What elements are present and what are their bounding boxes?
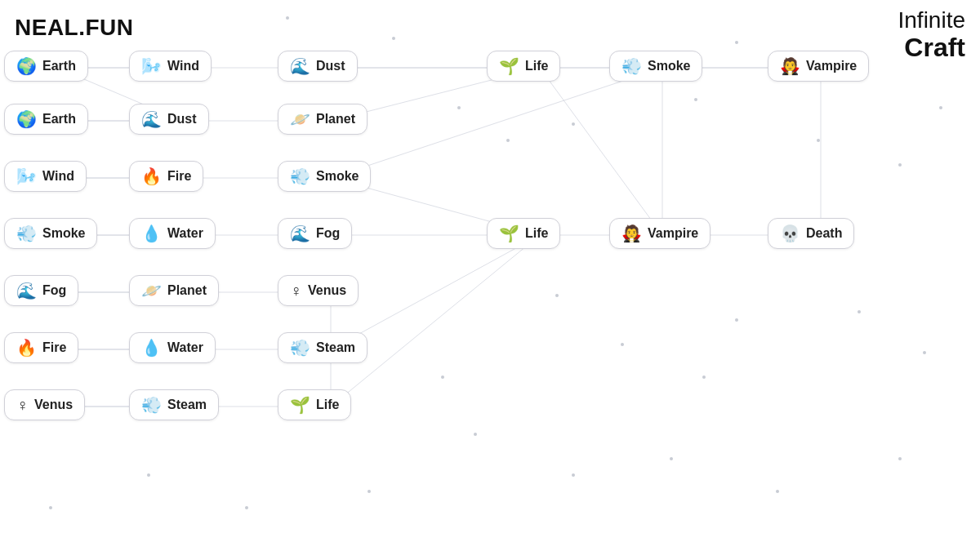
decorative-dot bbox=[506, 139, 510, 142]
decorative-dot bbox=[368, 490, 371, 493]
element-node-n21[interactable]: 🌱Life bbox=[278, 389, 351, 420]
element-label-n18: Fog bbox=[316, 226, 340, 241]
decorative-dot bbox=[555, 294, 559, 297]
element-node-n5[interactable]: 🌬️Wind bbox=[4, 161, 87, 192]
element-label-n14: Steam bbox=[167, 398, 207, 412]
element-label-n23: Smoke bbox=[648, 59, 690, 73]
element-icon-n12: 💧 bbox=[141, 340, 162, 356]
element-icon-n27: 💀 bbox=[780, 225, 800, 242]
element-icon-n13: ♀ bbox=[16, 397, 29, 413]
element-icon-n22: 🌱 bbox=[499, 58, 519, 74]
element-node-n11[interactable]: 🔥Fire bbox=[4, 332, 78, 363]
decorative-dot bbox=[858, 310, 861, 313]
element-label-n21: Life bbox=[316, 398, 339, 412]
element-icon-n8: 💧 bbox=[141, 225, 162, 242]
decorative-dot bbox=[735, 41, 738, 44]
svg-line-22 bbox=[331, 235, 540, 349]
decorative-dot bbox=[898, 163, 902, 167]
element-icon-n24: 🧛 bbox=[780, 58, 800, 74]
element-node-n9[interactable]: 🌊Fog bbox=[4, 275, 78, 306]
element-node-n10[interactable]: 🪐Planet bbox=[129, 275, 219, 306]
decorative-dot bbox=[49, 506, 52, 509]
decorative-dot bbox=[245, 506, 248, 509]
element-node-n8[interactable]: 💧Water bbox=[129, 218, 216, 249]
element-icon-n21: 🌱 bbox=[290, 397, 310, 413]
element-label-n13: Venus bbox=[34, 398, 73, 412]
element-label-n27: Death bbox=[806, 226, 842, 241]
element-node-n3[interactable]: 🌍Earth bbox=[4, 104, 88, 135]
element-node-n18[interactable]: 🌊Fog bbox=[278, 218, 352, 249]
craft-logo: Infinite Craft bbox=[898, 8, 966, 62]
element-icon-n17: 💨 bbox=[290, 168, 310, 184]
element-icon-n4: 🌊 bbox=[141, 111, 162, 127]
element-node-n17[interactable]: 💨Smoke bbox=[278, 161, 371, 192]
element-label-n1: Earth bbox=[42, 59, 76, 73]
decorative-dot bbox=[776, 490, 779, 493]
element-label-n4: Dust bbox=[167, 112, 197, 127]
infinite-label: Infinite bbox=[898, 8, 966, 33]
element-node-n22[interactable]: 🌱Life bbox=[487, 51, 560, 82]
element-label-n2: Wind bbox=[167, 59, 199, 73]
element-label-n9: Fog bbox=[42, 283, 66, 298]
decorative-dot bbox=[392, 37, 395, 40]
element-node-n27[interactable]: 💀Death bbox=[768, 218, 854, 249]
element-label-n6: Fire bbox=[167, 169, 191, 184]
element-icon-n10: 🪐 bbox=[141, 282, 162, 299]
element-icon-n5: 🌬️ bbox=[16, 168, 37, 184]
element-label-n26: Vampire bbox=[648, 226, 698, 241]
element-node-n16[interactable]: 🪐Planet bbox=[278, 104, 368, 135]
element-icon-n7: 💨 bbox=[16, 225, 37, 242]
element-node-n20[interactable]: 💨Steam bbox=[278, 332, 368, 363]
element-label-n19: Venus bbox=[308, 283, 346, 298]
element-label-n15: Dust bbox=[316, 59, 345, 73]
element-icon-n16: 🪐 bbox=[290, 111, 310, 127]
element-icon-n26: 🧛 bbox=[621, 225, 642, 242]
element-node-n13[interactable]: ♀Venus bbox=[4, 389, 85, 420]
decorative-dot bbox=[572, 122, 575, 126]
element-node-n6[interactable]: 🔥Fire bbox=[129, 161, 203, 192]
element-node-n24[interactable]: 🧛Vampire bbox=[768, 51, 869, 82]
element-node-n2[interactable]: 🌬️Wind bbox=[129, 51, 212, 82]
element-node-n12[interactable]: 💧Water bbox=[129, 332, 216, 363]
element-icon-n14: 💨 bbox=[141, 397, 162, 413]
element-label-n25: Life bbox=[525, 226, 548, 241]
element-node-n7[interactable]: 💨Smoke bbox=[4, 218, 97, 249]
decorative-dot bbox=[147, 473, 150, 477]
element-node-n23[interactable]: 💨Smoke bbox=[609, 51, 702, 82]
element-label-n20: Steam bbox=[316, 340, 355, 355]
element-icon-n25: 🌱 bbox=[499, 225, 519, 242]
element-icon-n6: 🔥 bbox=[141, 168, 162, 184]
element-node-n19[interactable]: ♀Venus bbox=[278, 275, 359, 306]
svg-line-23 bbox=[331, 235, 540, 407]
element-label-n8: Water bbox=[167, 226, 203, 241]
element-label-n12: Water bbox=[167, 340, 203, 355]
element-label-n10: Planet bbox=[167, 283, 207, 298]
element-label-n17: Smoke bbox=[316, 169, 359, 184]
element-node-n26[interactable]: 🧛Vampire bbox=[609, 218, 710, 249]
decorative-dot bbox=[939, 106, 942, 109]
element-node-n1[interactable]: 🌍Earth bbox=[4, 51, 88, 82]
element-icon-n19: ♀ bbox=[290, 282, 302, 299]
element-node-n4[interactable]: 🌊Dust bbox=[129, 104, 209, 135]
element-label-n7: Smoke bbox=[42, 226, 85, 241]
element-icon-n15: 🌊 bbox=[290, 58, 310, 74]
element-node-n14[interactable]: 💨Steam bbox=[129, 389, 219, 420]
decorative-dot bbox=[817, 139, 820, 142]
decorative-dot bbox=[898, 457, 902, 460]
element-label-n22: Life bbox=[525, 59, 548, 73]
decorative-dot bbox=[735, 318, 738, 322]
element-node-n15[interactable]: 🌊Dust bbox=[278, 51, 358, 82]
decorative-dot bbox=[286, 16, 289, 20]
app-logo: NEAL.FUN bbox=[15, 15, 134, 41]
element-label-n24: Vampire bbox=[806, 59, 857, 73]
decorative-dot bbox=[572, 473, 575, 477]
element-label-n5: Wind bbox=[42, 169, 74, 184]
element-icon-n20: 💨 bbox=[290, 340, 310, 356]
element-icon-n18: 🌊 bbox=[290, 225, 310, 242]
element-icon-n2: 🌬️ bbox=[141, 58, 162, 74]
decorative-dot bbox=[441, 375, 444, 379]
element-icon-n3: 🌍 bbox=[16, 111, 37, 127]
element-node-n25[interactable]: 🌱Life bbox=[487, 218, 560, 249]
decorative-dot bbox=[694, 98, 697, 101]
element-icon-n11: 🔥 bbox=[16, 340, 37, 356]
